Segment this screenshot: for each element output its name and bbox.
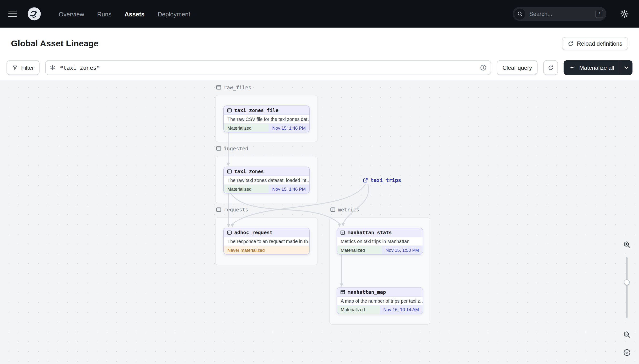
- lineage-edges: [0, 80, 639, 364]
- gear-icon[interactable]: [618, 10, 631, 18]
- lineage-toolbar: Filter Clear query Materialize: [0, 60, 639, 80]
- lineage-canvas[interactable]: raw_files ingested requests metrics: [0, 80, 639, 364]
- zoom-out-button[interactable]: [621, 329, 632, 340]
- status-badge: Materialized: [224, 124, 269, 132]
- asset-node-header: taxi_zones: [224, 167, 309, 176]
- reload-definitions-button[interactable]: Reload definitions: [562, 37, 628, 50]
- dagster-logo[interactable]: [27, 6, 42, 21]
- search-icon: [514, 8, 525, 20]
- asset-description: The response to an request made in th…: [224, 237, 309, 246]
- table-icon: [216, 146, 221, 151]
- status-badge: Materialized: [337, 306, 380, 314]
- materialize-dropdown-button[interactable]: [620, 60, 632, 75]
- asset-description: The raw taxi zones dataset, loaded int…: [224, 176, 309, 184]
- asset-description: Metrics on taxi trips in Manhattan: [337, 237, 423, 246]
- info-icon[interactable]: [480, 64, 487, 71]
- search-shortcut-key: /: [595, 10, 603, 18]
- clear-query-label: Clear query: [502, 64, 532, 71]
- materialize-all-label: Materialize all: [579, 64, 614, 71]
- refresh-icon: [567, 40, 573, 46]
- asset-node-header: adhoc_request: [224, 228, 309, 237]
- asset-status-bar: Materialized Nov 16, 10:14 AM: [337, 305, 423, 314]
- download-button[interactable]: [621, 346, 632, 358]
- asset-node-header: manhattan_map: [337, 288, 423, 296]
- asset-title: manhattan_map: [348, 289, 386, 295]
- zoom-in-button[interactable]: [621, 239, 632, 250]
- materialize-all-split-button: Materialize all: [564, 60, 632, 75]
- table-icon: [227, 169, 232, 174]
- external-link-icon: [363, 178, 368, 183]
- materialize-all-button[interactable]: Materialize all: [564, 60, 620, 75]
- nav-item-overview[interactable]: Overview: [59, 10, 84, 18]
- table-icon: [340, 290, 345, 294]
- menu-icon[interactable]: [8, 10, 17, 17]
- asset-description: A map of the number of trips per taxi z…: [337, 297, 423, 305]
- status-badge: Never materialized: [224, 246, 309, 254]
- zoom-slider-handle[interactable]: [624, 280, 630, 285]
- asset-node-manhattan-stats[interactable]: manhattan_stats Metrics on taxi trips in…: [337, 228, 423, 254]
- asset-title: manhattan_stats: [348, 230, 392, 235]
- table-icon: [216, 207, 221, 212]
- zoom-out-icon: [623, 330, 630, 338]
- materialization-timestamp: Nov 15, 1:46 PM: [269, 185, 309, 193]
- filter-label: Filter: [21, 64, 34, 71]
- group-name: metrics: [338, 206, 359, 213]
- asset-node-taxi-zones-file[interactable]: taxi_zones_file The raw CSV file for the…: [223, 106, 310, 132]
- search-input[interactable]: [529, 10, 592, 18]
- filter-button[interactable]: Filter: [7, 60, 40, 75]
- asset-status-bar: Materialized Nov 15, 1:46 PM: [224, 123, 309, 132]
- asset-node-taxi-zones[interactable]: taxi_zones The raw taxi zones dataset, l…: [223, 166, 310, 193]
- group-label-metrics[interactable]: metrics: [330, 206, 359, 213]
- download-icon: [623, 348, 630, 356]
- external-asset-title: taxi_trips: [370, 177, 401, 183]
- table-icon: [340, 230, 345, 235]
- asset-title: taxi_zones: [234, 168, 264, 174]
- group-label-ingested[interactable]: ingested: [216, 145, 248, 151]
- asset-status-bar: Never materialized: [224, 246, 309, 254]
- asset-title: adhoc_request: [234, 230, 272, 235]
- zoom-in-icon: [623, 240, 630, 248]
- op-selector-icon: [50, 65, 56, 70]
- nav-item-runs[interactable]: Runs: [97, 10, 111, 18]
- asset-node-header: taxi_zones_file: [224, 106, 309, 115]
- status-badge: Materialized: [337, 246, 382, 254]
- asset-node-manhattan-map[interactable]: manhattan_map A map of the number of tri…: [337, 287, 423, 314]
- filter-icon: [12, 65, 18, 70]
- asset-title: taxi_zones_file: [234, 108, 278, 113]
- page-title: Global Asset Lineage: [11, 38, 99, 48]
- top-nav: Overview Runs Assets Deployment /: [0, 0, 639, 28]
- nav-item-deployment[interactable]: Deployment: [158, 10, 190, 18]
- page-header: Global Asset Lineage Reload definitions: [0, 28, 639, 60]
- group-name: requests: [224, 206, 248, 213]
- nav-links: Overview Runs Assets Deployment: [59, 10, 190, 18]
- external-asset-taxi-trips[interactable]: taxi_trips: [363, 177, 401, 183]
- caret-down-icon: [624, 66, 628, 69]
- status-badge: Materialized: [224, 185, 269, 193]
- zoom-slider[interactable]: [626, 257, 628, 318]
- group-name: raw_files: [224, 84, 251, 90]
- asset-status-bar: Materialized Nov 15, 1:46 PM: [224, 184, 309, 193]
- table-icon: [216, 85, 221, 90]
- refresh-icon: [548, 64, 554, 70]
- asset-selection-input-box: [46, 60, 491, 75]
- clear-query-button[interactable]: Clear query: [497, 60, 537, 75]
- group-name: ingested: [224, 145, 248, 151]
- search-box: /: [513, 7, 606, 21]
- asset-status-bar: Materialized Nov 15, 1:50 PM: [337, 246, 423, 254]
- group-label-raw-files[interactable]: raw_files: [216, 84, 251, 90]
- refresh-graph-button[interactable]: [543, 60, 558, 75]
- table-icon: [227, 108, 232, 112]
- nav-item-assets[interactable]: Assets: [125, 10, 145, 18]
- asset-description: The raw CSV file for the taxi zones dat…: [224, 115, 309, 123]
- materialization-timestamp: Nov 16, 10:14 AM: [380, 306, 423, 314]
- asset-node-adhoc-request[interactable]: adhoc_request The response to an request…: [223, 228, 310, 254]
- materialization-timestamp: Nov 15, 1:50 PM: [382, 246, 423, 254]
- table-icon: [227, 230, 232, 235]
- asset-selection-input[interactable]: [59, 64, 476, 71]
- asset-node-header: manhattan_stats: [337, 228, 423, 237]
- app-root: Overview Runs Assets Deployment /: [0, 0, 639, 364]
- sparkle-icon: [569, 64, 575, 70]
- materialization-timestamp: Nov 15, 1:46 PM: [269, 124, 309, 132]
- group-label-requests[interactable]: requests: [216, 206, 248, 213]
- reload-definitions-label: Reload definitions: [577, 40, 622, 47]
